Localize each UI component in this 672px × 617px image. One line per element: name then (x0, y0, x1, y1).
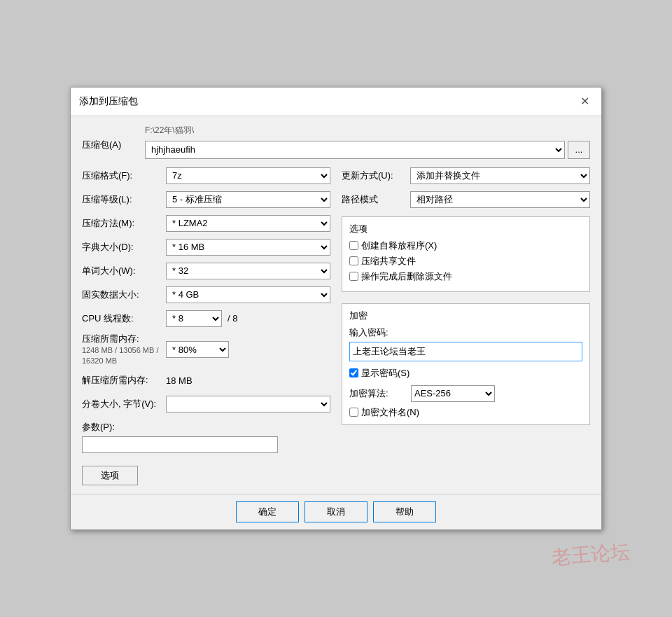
format-label: 压缩格式(F): (82, 169, 166, 182)
watermark: 老王论坛 (551, 538, 631, 571)
method-row: 压缩方法(M): * LZMA2 (82, 214, 330, 233)
mem-compress-row: 压缩所需内存: 1248 MB / 13056 MB / 16320 MB * … (82, 333, 330, 367)
browse-button[interactable]: ... (568, 141, 590, 159)
check3-checkbox[interactable] (349, 272, 358, 281)
mem-percent-select[interactable]: * 80% (166, 341, 229, 358)
update-label: 更新方式(U): (342, 169, 405, 182)
cpu-control-row: * 8 / 8 (166, 310, 330, 327)
archive-path: F:\22年\猫羽\ (145, 125, 590, 137)
level-row: 压缩等级(L): 5 - 标准压缩 (82, 190, 330, 209)
options-group-title: 选项 (349, 223, 582, 235)
update-row: 更新方式(U): 添加并替换文件 (342, 166, 590, 186)
level-label: 压缩等级(L): (82, 193, 166, 206)
mem-compress-label: 压缩所需内存: (82, 333, 166, 345)
dict-select[interactable]: * 16 MB (166, 239, 330, 256)
password-label: 输入密码: (349, 326, 582, 339)
cpu-select[interactable]: * 8 (166, 310, 222, 327)
word-select[interactable]: * 32 (166, 263, 330, 279)
encrypt-filename-row: 加密文件名(N) (349, 406, 582, 419)
word-label: 单词大小(W): (82, 265, 166, 277)
check1-checkbox[interactable] (349, 241, 358, 250)
volume-select[interactable] (166, 396, 330, 413)
check1-row: 创建自释放程序(X) (349, 240, 582, 252)
path-select[interactable]: 相对路径 (410, 191, 590, 208)
params-input[interactable] (82, 436, 278, 453)
archive-label: 压缩包(A) (82, 125, 145, 151)
encrypt-title: 加密 (349, 310, 582, 322)
main-cols: 压缩格式(F): 7z 压缩等级(L): 5 - 标准压缩 压缩方法(M): (82, 166, 590, 486)
update-select[interactable]: 添加并替换文件 (410, 167, 590, 184)
algo-row: 加密算法: AES-256 (349, 385, 582, 402)
check3-label[interactable]: 操作完成后删除源文件 (361, 270, 452, 283)
encrypt-filename-label[interactable]: 加密文件名(N) (361, 406, 419, 419)
title-bar: 添加到压缩包 ✕ (71, 88, 601, 116)
show-password-checkbox[interactable] (349, 368, 358, 377)
close-button[interactable]: ✕ (576, 93, 593, 110)
check1-label[interactable]: 创建自释放程序(X) (361, 240, 437, 252)
archive-input-col: F:\22年\猫羽\ hjhjhaeufih ... (145, 125, 590, 159)
dict-row: 字典大小(D): * 16 MB (82, 237, 330, 257)
mem-decompress-value: 18 MB (166, 375, 192, 386)
mem-control-col: * 80% (166, 341, 330, 358)
mem-compress-label-col: 压缩所需内存: 1248 MB / 13056 MB / 16320 MB (82, 333, 166, 367)
archive-name-row: hjhjhaeufih ... (145, 141, 590, 159)
check2-label[interactable]: 压缩共享文件 (361, 255, 416, 268)
cpu-slash: / 8 (227, 313, 237, 324)
mem-compress-values: 1248 MB / 13056 MB / 16320 MB (82, 345, 166, 367)
cancel-button[interactable]: 取消 (304, 501, 368, 522)
format-select[interactable]: 7z (166, 167, 330, 184)
solid-select[interactable]: * 4 GB (166, 286, 330, 303)
method-label: 压缩方法(M): (82, 217, 166, 230)
right-col-inner: 更新方式(U): 添加并替换文件 路径模式 相对路径 选项 (342, 166, 590, 425)
encrypt-filename-checkbox[interactable] (349, 408, 358, 417)
params-row: 参数(P): (82, 421, 330, 453)
mem-decompress-row: 解压缩所需内存: 18 MB (82, 370, 330, 390)
options-button[interactable]: 选项 (82, 466, 138, 485)
right-col: 更新方式(U): 添加并替换文件 路径模式 相对路径 选项 (342, 166, 590, 486)
volume-row: 分卷大小, 字节(V): (82, 394, 330, 414)
solid-row: 固实数据大小: * 4 GB (82, 285, 330, 305)
dialog-title: 添加到压缩包 (79, 95, 138, 108)
help-button[interactable]: 帮助 (373, 501, 436, 522)
main-dialog: 添加到压缩包 ✕ 压缩包(A) F:\22年\猫羽\ hjhjhaeufih .… (70, 87, 602, 531)
cpu-row: CPU 线程数: * 8 / 8 (82, 309, 330, 328)
cpu-label: CPU 线程数: (82, 312, 166, 325)
word-row: 单词大小(W): * 32 (82, 261, 330, 281)
show-password-row: 显示密码(S) (349, 367, 582, 380)
ok-button[interactable]: 确定 (236, 501, 299, 522)
algo-select[interactable]: AES-256 (411, 385, 495, 402)
dialog-body: 压缩包(A) F:\22年\猫羽\ hjhjhaeufih ... 压缩格式(F… (71, 116, 601, 494)
mem-decompress-label: 解压缩所需内存: (82, 374, 166, 387)
check3-row: 操作完成后删除源文件 (349, 270, 582, 283)
volume-label: 分卷大小, 字节(V): (82, 398, 166, 410)
format-row: 压缩格式(F): 7z (82, 166, 330, 186)
check2-row: 压缩共享文件 (349, 255, 582, 268)
params-label: 参数(P): (82, 421, 330, 434)
path-label: 路径模式 (342, 193, 405, 206)
archive-row: 压缩包(A) F:\22年\猫羽\ hjhjhaeufih ... (82, 125, 590, 159)
password-input[interactable] (349, 342, 582, 361)
path-row: 路径模式 相对路径 (342, 190, 590, 209)
algo-label: 加密算法: (349, 387, 405, 400)
solid-label: 固实数据大小: (82, 289, 166, 301)
left-col: 压缩格式(F): 7z 压缩等级(L): 5 - 标准压缩 压缩方法(M): (82, 166, 330, 486)
check2-checkbox[interactable] (349, 256, 358, 265)
options-group: 选项 创建自释放程序(X) 压缩共享文件 操作完成后删除源文件 (342, 216, 590, 292)
archive-name-select[interactable]: hjhjhaeufih (145, 141, 565, 159)
dict-label: 字典大小(D): (82, 241, 166, 254)
encrypt-group: 加密 输入密码: 显示密码(S) 加密算法: AES-256 (342, 303, 590, 425)
dialog-footer: 确定 取消 帮助 (71, 494, 601, 529)
level-select[interactable]: 5 - 标准压缩 (166, 191, 330, 208)
show-password-label[interactable]: 显示密码(S) (361, 367, 410, 380)
method-select[interactable]: * LZMA2 (166, 215, 330, 232)
